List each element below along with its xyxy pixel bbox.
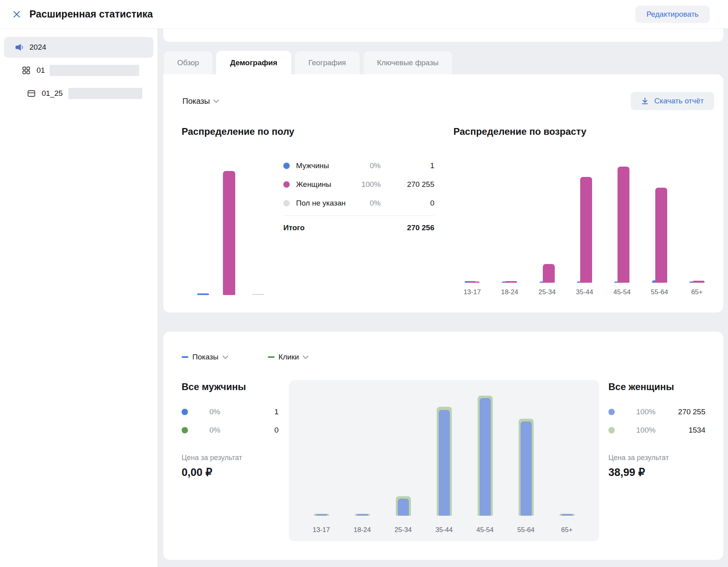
row-value: 0 — [274, 426, 279, 435]
clicks-dash-icon — [268, 356, 275, 358]
women-clicks-row: 100% 1534 — [608, 421, 705, 439]
legend-value: 270 255 — [381, 180, 434, 189]
legend-total-row: Итого 270 256 — [283, 219, 434, 237]
redacted-text-block — [50, 65, 139, 76]
demography-card: Показы Скачать отчёт Распределение по по… — [163, 74, 723, 313]
legend-divider — [283, 216, 434, 216]
impressions-dot-icon — [608, 409, 615, 415]
all-women-panel: Все женщины 100% 270 255 100% 1534 Цена … — [608, 381, 705, 479]
panel-title: Все женщины — [608, 381, 705, 392]
download-report-label: Скачать отчёт — [654, 97, 704, 105]
tab-geography[interactable]: География — [294, 51, 360, 74]
clicks-dot-icon — [608, 427, 615, 433]
close-icon-svg — [12, 10, 21, 19]
row-value: 1534 — [689, 426, 705, 435]
age-axis-label: 25-34 — [385, 526, 421, 534]
age-axis-label: 55-64 — [646, 288, 674, 296]
detail-bar-group — [385, 392, 421, 516]
age-bar-group — [683, 281, 711, 283]
detail-bar-group — [549, 392, 585, 516]
metric-selector-label: Показы — [182, 97, 210, 106]
age-detail-bar-chart — [301, 392, 587, 516]
total-value: 270 256 — [381, 223, 434, 232]
age-axis-label: 45-54 — [608, 288, 636, 296]
series-label: Показы — [192, 353, 219, 361]
age-bar-group — [646, 188, 674, 283]
tab-demography[interactable]: Демография — [216, 51, 291, 74]
women-dot-icon — [283, 181, 290, 188]
chevron-down-icon — [303, 355, 308, 359]
previous-card-bottom — [163, 29, 723, 42]
price-label: Цена за результат — [608, 454, 705, 462]
metric-selector[interactable]: Показы — [182, 92, 219, 110]
panel-title: Все мужчины — [182, 381, 279, 392]
gender-bar-chart — [182, 171, 281, 295]
men-clicks-row: 0% 0 — [182, 421, 279, 439]
age-axis-label: 45-54 — [467, 526, 503, 534]
legend-row-women: Женщины 100% 270 255 — [283, 175, 434, 194]
sidebar-item-ad-01-25[interactable]: 01_25 — [4, 83, 153, 104]
age-chart-title: Распределение по возрасту — [453, 126, 587, 137]
legend-percent: 0% — [370, 199, 381, 208]
age-bar-group — [533, 264, 561, 283]
clicks-dot-icon — [182, 427, 188, 433]
age-axis-label: 65+ — [549, 526, 585, 534]
header: Расширенная статистика Редактировать — [0, 0, 728, 29]
sidebar-item-label: 2024 — [29, 43, 46, 52]
legend-row-men: Мужчины 0% 1 — [283, 156, 434, 175]
download-icon — [641, 97, 649, 105]
row-value: 1 — [274, 408, 279, 416]
unspecified-dot-icon — [283, 200, 290, 206]
impressions-dot-icon — [182, 409, 188, 415]
sidebar-item-group-01[interactable]: 01 — [4, 60, 153, 81]
tab-overview[interactable]: Обзор — [163, 51, 213, 74]
age-axis-labels: 13-1718-2425-3435-4445-5455-6465+ — [453, 288, 716, 296]
grid-icon — [21, 66, 31, 75]
banner-icon — [27, 89, 36, 98]
legend-percent: 0% — [370, 161, 381, 170]
impressions-series-selector[interactable]: Показы — [182, 353, 228, 361]
redacted-text-block — [68, 88, 142, 99]
age-bar-chart — [453, 167, 716, 283]
legend-value: 1 — [381, 161, 434, 170]
price-value: 0,00 ₽ — [182, 466, 279, 479]
age-bar-group — [496, 281, 523, 283]
detail-bar-group — [426, 392, 462, 516]
megaphone-icon — [14, 43, 24, 52]
sidebar-item-campaign-2024[interactable]: 2024 — [4, 37, 153, 58]
close-icon[interactable] — [12, 10, 21, 19]
clicks-series-selector[interactable]: Клики — [268, 353, 309, 361]
download-report-button[interactable]: Скачать отчёт — [631, 92, 714, 110]
page-title: Расширенная статистика — [29, 8, 153, 20]
legend-percent: 100% — [361, 180, 381, 189]
age-axis-label: 65+ — [683, 288, 711, 296]
men-dot-icon — [283, 163, 290, 169]
series-selector-row: Показы Клики — [182, 351, 308, 363]
legend-label: Женщины — [296, 180, 331, 189]
age-axis-label: 55-64 — [508, 526, 544, 534]
age-axis-label: 13-17 — [304, 526, 339, 534]
edit-button[interactable]: Редактировать — [635, 6, 710, 23]
main-content: Обзор Демография География Ключевые фраз… — [158, 29, 728, 567]
age-axis-label: 13-17 — [458, 288, 486, 296]
legend-value: 0 — [381, 199, 434, 208]
row-value: 270 255 — [678, 408, 705, 416]
chevron-down-icon — [223, 355, 228, 359]
legend-row-unspecified: Пол не указан 0% 0 — [283, 194, 434, 212]
tab-key-phrases[interactable]: Ключевые фразы — [363, 51, 453, 74]
age-detail-axis-labels: 13-1718-2425-3435-4445-5455-6465+ — [301, 526, 587, 534]
detail-bar-group — [467, 392, 503, 516]
row-percent: 100% — [636, 426, 656, 435]
gender-legend: Мужчины 0% 1 Женщины 100% 270 255 Пол не… — [283, 156, 434, 237]
price-value: 38,99 ₽ — [608, 466, 705, 479]
sidebar-item-label: 01_25 — [42, 89, 63, 98]
metrics-by-age-card: Показы Клики Все мужчины — [163, 332, 723, 560]
row-percent: 100% — [636, 408, 656, 416]
gender-bar — [252, 294, 264, 295]
age-bar-group — [458, 281, 486, 283]
legend-label: Мужчины — [296, 161, 329, 170]
sidebar-item-label: 01 — [37, 66, 45, 75]
impressions-dash-icon — [182, 356, 188, 358]
price-label: Цена за результат — [182, 454, 279, 462]
age-axis-label: 18-24 — [345, 526, 380, 534]
